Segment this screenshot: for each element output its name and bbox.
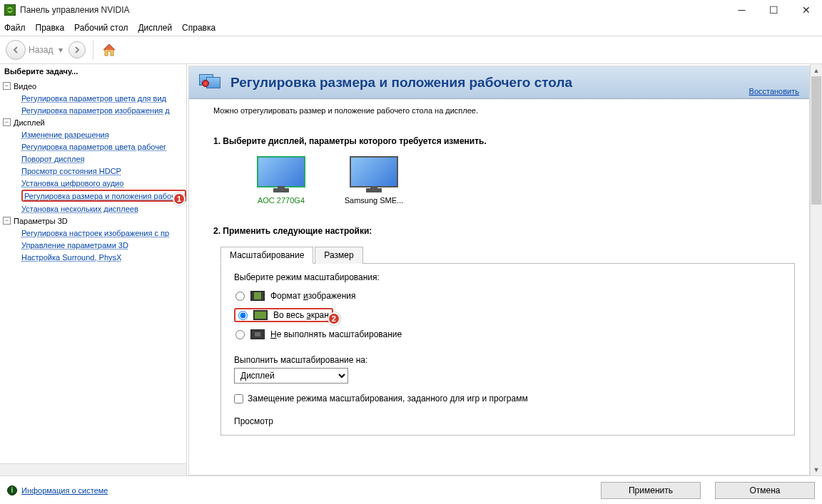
scaling-mode-label: Выберите режим масштабирования: xyxy=(234,272,781,282)
task-tree[interactable]: −Видео Регулировка параметров цвета для … xyxy=(0,78,186,463)
radio-label: Формат изображения xyxy=(270,291,355,301)
tab-size[interactable]: Размер xyxy=(315,247,362,264)
radio-input[interactable] xyxy=(238,311,248,320)
tree-item[interactable]: Настройка Surround, PhysX xyxy=(21,251,186,263)
menu-help[interactable]: Справка xyxy=(182,23,215,33)
aspect-ratio-icon xyxy=(250,291,265,301)
override-checkbox-row[interactable]: Замещение режима масштабирования, заданн… xyxy=(234,394,781,403)
system-info-link[interactable]: Информация о системе xyxy=(21,486,108,495)
page-description: Можно отрегулировать размер и положение … xyxy=(213,106,795,115)
restore-defaults-link[interactable]: Восстановить xyxy=(749,87,799,96)
menu-edit[interactable]: Правка xyxy=(36,23,65,33)
tab-scaling[interactable]: Масштабирование xyxy=(220,247,313,264)
page-title: Регулировка размера и положения рабочего… xyxy=(230,75,749,91)
tree-category-3d[interactable]: Параметры 3D xyxy=(14,217,68,225)
back-dropdown-icon[interactable]: ▾ xyxy=(59,45,63,55)
radio-input[interactable] xyxy=(235,292,245,301)
page-header: Регулировка размера и положения рабочего… xyxy=(189,66,809,99)
tree-item[interactable]: Регулировка параметров изображения д xyxy=(21,104,186,116)
display-label: Samsung SME... xyxy=(345,196,404,205)
scroll-down-icon[interactable]: ▼ xyxy=(811,463,822,475)
display-picker: AOC 2770G4 Samsung SME... xyxy=(249,156,795,205)
tree-item[interactable]: Регулировка настроек изображения с пр xyxy=(21,227,186,239)
back-label: Назад xyxy=(29,45,53,55)
preview-label: Просмотр xyxy=(234,416,781,426)
step1-title: 1. Выберите дисплей, параметры которого … xyxy=(213,136,795,146)
forward-button[interactable] xyxy=(68,41,86,58)
tab-scaling-body: Выберите режим масштабирования: Формат и… xyxy=(220,264,795,436)
tree-toggle-icon[interactable]: − xyxy=(3,217,11,225)
radio-input[interactable] xyxy=(235,330,245,339)
radio-label: Не выполнять масштабирование xyxy=(270,329,402,339)
radio-aspect-ratio[interactable]: Формат изображения xyxy=(234,289,781,302)
scroll-thumb[interactable] xyxy=(811,76,821,205)
tree-item[interactable]: Регулировка параметров цвета рабочег xyxy=(21,140,186,153)
window-title: Панель управления NVIDIA xyxy=(20,5,130,15)
override-checkbox[interactable] xyxy=(234,394,243,403)
tree-item-selected[interactable]: Регулировка размера и положения рабоч xyxy=(21,190,186,202)
monitor-icon xyxy=(257,156,305,187)
toolbar-separator xyxy=(93,40,93,60)
menu-display[interactable]: Дисплей xyxy=(138,23,172,33)
display-option[interactable]: AOC 2770G4 xyxy=(249,156,313,205)
vertical-scrollbar[interactable]: ▲ ▼ xyxy=(810,64,822,475)
close-button[interactable]: ✕ xyxy=(790,0,822,20)
perform-scaling-on-label: Выполнить масштабирование на: xyxy=(234,355,781,365)
tree-item[interactable]: Управление параметрами 3D xyxy=(21,239,186,251)
scroll-up-icon[interactable]: ▲ xyxy=(811,64,822,76)
display-label: AOC 2770G4 xyxy=(258,196,305,205)
radio-no-scaling[interactable]: Не выполнять масштабирование xyxy=(234,328,781,341)
back-button[interactable] xyxy=(6,40,26,60)
titlebar: Панель управления NVIDIA ─ ☐ ✕ xyxy=(0,0,822,20)
tree-category-display[interactable]: Дисплей xyxy=(14,118,45,127)
apply-button[interactable]: Применить xyxy=(601,482,701,499)
tree-item[interactable]: Изменение разрешения xyxy=(21,128,186,140)
monitor-icon xyxy=(350,156,398,187)
maximize-button[interactable]: ☐ xyxy=(758,0,790,20)
task-sidebar: Выберите задачу... −Видео Регулировка па… xyxy=(0,64,187,475)
nvidia-app-icon xyxy=(4,4,16,16)
info-icon: i xyxy=(7,485,17,495)
step2-title: 2. Применить следующие настройки: xyxy=(213,226,795,236)
footer: i Информация о системе Применить Отмена xyxy=(0,475,822,504)
menu-desktop[interactable]: Рабочий стол xyxy=(74,23,128,33)
no-scaling-icon xyxy=(250,329,265,339)
perform-scaling-on-select[interactable]: Дисплей xyxy=(234,368,348,384)
callout-badge-1: 1 xyxy=(173,192,186,205)
fullscreen-icon xyxy=(253,310,268,320)
override-label: Замещение режима масштабирования, заданн… xyxy=(248,394,528,403)
tree-toggle-icon[interactable]: − xyxy=(3,82,11,90)
tree-toggle-icon[interactable]: − xyxy=(3,118,11,126)
radio-fullscreen[interactable]: Во весь экран xyxy=(234,308,333,322)
sidebar-horizontal-scrollbar[interactable] xyxy=(0,463,186,475)
tree-item[interactable]: Регулировка параметров цвета для вид xyxy=(21,92,186,104)
toolbar: Назад ▾ xyxy=(0,36,822,64)
tree-category-video[interactable]: Видео xyxy=(14,82,36,91)
menubar: Файл Правка Рабочий стол Дисплей Справка xyxy=(0,20,822,36)
home-icon[interactable] xyxy=(101,41,118,58)
display-option[interactable]: Samsung SME... xyxy=(342,156,406,205)
radio-label: Во весь экран xyxy=(273,310,329,320)
tree-item[interactable]: Поворот дисплея xyxy=(21,153,186,165)
sidebar-header: Выберите задачу... xyxy=(0,64,186,78)
main-panel: Регулировка размера и положения рабочего… xyxy=(187,64,822,475)
tree-item[interactable]: Установка нескольких дисплеев xyxy=(21,202,186,215)
callout-badge-2: 2 xyxy=(328,312,340,325)
tree-item[interactable]: Просмотр состояния HDCP xyxy=(21,165,186,177)
settings-tabs: Масштабирование Размер xyxy=(220,246,795,264)
menu-file[interactable]: Файл xyxy=(4,23,26,33)
cancel-button[interactable]: Отмена xyxy=(715,482,815,499)
page-header-icon xyxy=(199,73,222,93)
minimize-button[interactable]: ─ xyxy=(726,0,758,20)
tree-item[interactable]: Установка цифрового аудио xyxy=(21,177,186,189)
